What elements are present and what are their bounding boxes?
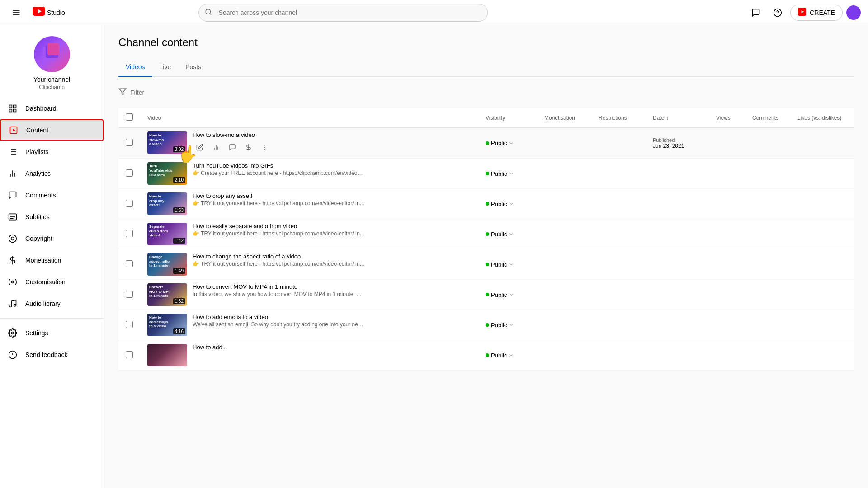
visibility-selector[interactable]: Public	[486, 291, 530, 298]
sidebar-item-dashboard[interactable]: Dashboard	[0, 98, 104, 119]
table-row: How to add... Public	[118, 340, 854, 371]
video-info: How to easily separate audio from video …	[193, 223, 471, 239]
visibility-selector[interactable]: Public	[486, 352, 530, 359]
tab-videos[interactable]: Videos	[118, 58, 152, 77]
chevron-down-icon	[509, 201, 514, 206]
comments-cell	[745, 128, 790, 159]
comments-cell	[745, 310, 790, 340]
hamburger-menu-button[interactable]	[7, 4, 25, 22]
likes-cell	[790, 159, 854, 189]
user-avatar[interactable]	[846, 5, 861, 20]
video-description: 👉 Create your FREE account here - https:…	[193, 170, 364, 176]
sidebar-item-label: Comments	[25, 192, 56, 199]
likes-cell	[790, 249, 854, 280]
row-checkbox[interactable]	[126, 200, 133, 207]
video-duration: 3:02	[173, 146, 185, 152]
sidebar-item-label: Content	[26, 127, 48, 134]
visibility-selector[interactable]: Public	[486, 231, 530, 238]
edit-video-button[interactable]	[193, 140, 207, 155]
sidebar-item-comments[interactable]: Comments	[0, 184, 104, 206]
sidebar-item-copyright[interactable]: Copyright	[0, 228, 104, 249]
header: Studio	[0, 0, 868, 25]
comments-cell	[745, 340, 790, 371]
sidebar-item-analytics[interactable]: Analytics	[0, 163, 104, 184]
row-checkbox[interactable]	[126, 169, 133, 177]
row-checkbox[interactable]	[126, 139, 133, 146]
monetisation-cell	[537, 340, 591, 371]
thumb-text: TurnYouTube vidsinto GIFs	[149, 164, 172, 177]
date-cell	[646, 249, 709, 280]
create-button[interactable]: CREATE	[790, 5, 843, 21]
table-header-row: Video Visibility Monetisation Restrictio…	[118, 108, 854, 128]
video-title: Turn YouTube videos into GIFs	[193, 162, 364, 169]
comments-icon	[7, 190, 18, 201]
video-row-content: Changeaspect ratioin 1 minute 1:49 How t…	[147, 253, 471, 276]
visibility-label: Public	[491, 322, 507, 328]
sidebar-item-subtitles[interactable]: Subtitles	[0, 206, 104, 228]
row-checkbox[interactable]	[126, 260, 133, 267]
sidebar-item-audio-library[interactable]: Audio library	[0, 293, 104, 314]
video-title: How to add emojis to a video	[193, 314, 364, 320]
more-options-button[interactable]	[258, 140, 272, 155]
thumb-text: How toadd emojisto a video	[149, 315, 168, 328]
sidebar-nav: Dashboard Content Playlists	[0, 98, 104, 488]
videos-table: Video Visibility Monetisation Restrictio…	[118, 108, 854, 371]
video-thumbnail[interactable]: Changeaspect ratioin 1 minute 1:49	[147, 253, 187, 276]
svg-point-36	[12, 332, 14, 334]
svg-point-33	[12, 281, 14, 283]
col-header-date[interactable]: Date ↓	[646, 108, 709, 128]
visibility-cell: Public	[478, 189, 537, 219]
visibility-label: Public	[491, 291, 507, 298]
sidebar-item-feedback[interactable]: Send feedback	[0, 344, 104, 366]
search-input[interactable]	[198, 4, 488, 22]
row-checkbox-cell	[118, 189, 140, 219]
svg-marker-40	[119, 89, 126, 95]
tab-posts[interactable]: Posts	[178, 58, 208, 77]
tab-live[interactable]: Live	[152, 58, 179, 77]
videos-tbody: How toslow-moa video 3:02 How to slow-mo…	[118, 128, 854, 371]
sidebar-item-playlists[interactable]: Playlists	[0, 141, 104, 163]
filter-row	[118, 84, 854, 101]
youtube-studio-logo[interactable]: Studio	[33, 7, 65, 19]
sidebar-item-content[interactable]: Content	[0, 119, 104, 141]
visibility-label: Public	[491, 261, 507, 268]
video-thumbnail[interactable]: How toadd emojisto a video 4:16	[147, 314, 187, 336]
visibility-cell: Public	[478, 310, 537, 340]
visibility-selector[interactable]: Public	[486, 322, 530, 328]
video-thumbnail[interactable]: How tocrop anyasset! 1:53	[147, 192, 187, 215]
visibility-selector[interactable]: Public	[486, 170, 530, 177]
video-thumbnail[interactable]	[147, 344, 187, 366]
channel-subtitle: Clipchamp	[39, 84, 65, 90]
filter-input[interactable]	[130, 89, 209, 96]
sidebar-item-customisation[interactable]: Customisation	[0, 271, 104, 293]
row-checkbox[interactable]	[126, 321, 133, 328]
video-title: How to add...	[193, 344, 364, 351]
row-checkbox[interactable]	[126, 351, 133, 358]
analytics-button[interactable]	[209, 140, 223, 155]
visibility-selector[interactable]: Public	[486, 140, 530, 146]
visibility-selector[interactable]: Public	[486, 201, 530, 207]
video-info: How to change the aspect ratio of a vide…	[193, 253, 471, 269]
messages-button[interactable]	[747, 4, 765, 22]
sidebar-item-monetisation[interactable]: Monetisation	[0, 249, 104, 271]
visibility-selector[interactable]: Public	[486, 261, 530, 268]
select-all-checkbox[interactable]	[126, 113, 133, 121]
row-checkbox[interactable]	[126, 291, 133, 298]
chevron-down-icon	[509, 322, 514, 328]
video-thumbnail[interactable]: ConvertMOV to MP4in 1 minute 1:32	[147, 283, 187, 306]
channel-avatar[interactable]	[34, 36, 70, 72]
visibility-indicator	[486, 293, 489, 296]
likes-cell	[790, 219, 854, 249]
help-button[interactable]	[769, 4, 787, 22]
video-duration: 1:42	[173, 238, 185, 244]
chevron-down-icon	[509, 262, 514, 267]
row-checkbox[interactable]	[126, 230, 133, 237]
video-thumbnail[interactable]: Separateaudio fromvideo! 1:42	[147, 223, 187, 245]
monetisation-button[interactable]	[241, 140, 256, 155]
video-thumbnail[interactable]: TurnYouTube vidsinto GIFs 2:10	[147, 162, 187, 185]
sidebar-item-settings[interactable]: Settings	[0, 322, 104, 344]
monetisation-cell	[537, 280, 591, 310]
table-row: Changeaspect ratioin 1 minute 1:49 How t…	[118, 249, 854, 280]
comments-button[interactable]	[225, 140, 240, 155]
video-thumbnail[interactable]: How toslow-moa video 3:02	[147, 131, 187, 154]
